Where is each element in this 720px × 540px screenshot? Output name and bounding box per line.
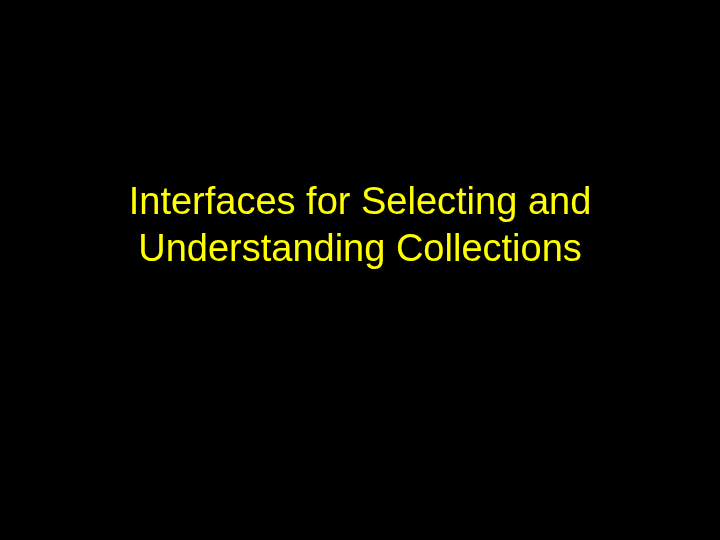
slide-container: Interfaces for Selecting and Understandi… xyxy=(0,0,720,495)
slide-title: Interfaces for Selecting and Understandi… xyxy=(60,178,660,273)
